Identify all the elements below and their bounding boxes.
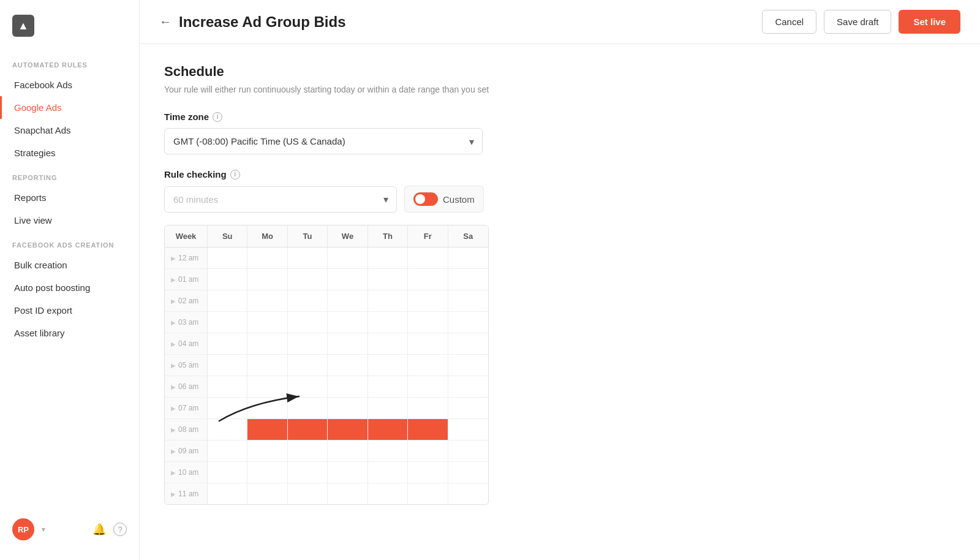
cell-12am-tu[interactable] bbox=[288, 248, 328, 268]
cell-09am-mo[interactable] bbox=[247, 441, 287, 461]
cell-10am-tu[interactable] bbox=[288, 462, 328, 483]
sidebar-item-strategies[interactable]: Strategies bbox=[0, 142, 139, 164]
cell-07am-we[interactable] bbox=[328, 398, 368, 418]
cell-06am-tu[interactable] bbox=[288, 376, 328, 397]
cell-03am-mo[interactable] bbox=[247, 312, 287, 333]
sidebar-item-facebook-ads[interactable]: Facebook Ads bbox=[0, 74, 139, 96]
help-icon[interactable]: ? bbox=[113, 523, 127, 536]
cell-11am-fr[interactable] bbox=[408, 483, 448, 504]
cell-09am-th[interactable] bbox=[368, 441, 408, 461]
cell-06am-sa[interactable] bbox=[448, 376, 488, 397]
bell-icon[interactable]: 🔔 bbox=[92, 523, 106, 536]
sidebar-item-live-view[interactable]: Live view bbox=[0, 209, 139, 232]
timezone-select[interactable]: GMT (-08:00) Pacific Time (US & Canada) bbox=[164, 128, 483, 154]
cell-07am-th[interactable] bbox=[368, 398, 408, 418]
cell-02am-sa[interactable] bbox=[448, 290, 488, 311]
cell-08am-mo[interactable] bbox=[247, 419, 287, 440]
cell-10am-we[interactable] bbox=[328, 462, 368, 483]
cell-11am-mo[interactable] bbox=[247, 483, 287, 504]
cell-07am-mo[interactable] bbox=[247, 398, 287, 418]
sidebar-item-reports[interactable]: Reports bbox=[0, 186, 139, 209]
cell-08am-su[interactable] bbox=[208, 419, 247, 440]
cell-04am-tu[interactable] bbox=[288, 333, 328, 354]
cell-05am-sa[interactable] bbox=[448, 355, 488, 376]
cell-12am-we[interactable] bbox=[328, 248, 368, 268]
cell-08am-sa[interactable] bbox=[448, 419, 488, 440]
cell-09am-we[interactable] bbox=[328, 441, 368, 461]
timezone-info-icon[interactable]: i bbox=[213, 112, 222, 122]
cell-01am-sa[interactable] bbox=[448, 269, 488, 290]
chevron-down-icon[interactable]: ▾ bbox=[42, 525, 45, 534]
sidebar-item-post-id-export[interactable]: Post ID export bbox=[0, 299, 139, 322]
sidebar-item-google-ads[interactable]: Google Ads bbox=[0, 96, 139, 119]
cell-03am-su[interactable] bbox=[208, 312, 247, 333]
cell-08am-fr[interactable] bbox=[408, 419, 448, 440]
cell-06am-su[interactable] bbox=[208, 376, 247, 397]
cell-06am-fr[interactable] bbox=[408, 376, 448, 397]
cell-09am-tu[interactable] bbox=[288, 441, 328, 461]
cell-05am-tu[interactable] bbox=[288, 355, 328, 376]
cell-06am-th[interactable] bbox=[368, 376, 408, 397]
cell-07am-sa[interactable] bbox=[448, 398, 488, 418]
rule-checking-select[interactable]: 60 minutes bbox=[164, 186, 397, 213]
cell-09am-su[interactable] bbox=[208, 441, 247, 461]
cell-10am-mo[interactable] bbox=[247, 462, 287, 483]
cell-01am-th[interactable] bbox=[368, 269, 408, 290]
cell-05am-fr[interactable] bbox=[408, 355, 448, 376]
cell-07am-tu[interactable] bbox=[288, 398, 328, 418]
cell-12am-su[interactable] bbox=[208, 248, 247, 268]
save-draft-button[interactable]: Save draft bbox=[824, 10, 891, 34]
custom-toggle[interactable] bbox=[413, 192, 438, 206]
cell-05am-mo[interactable] bbox=[247, 355, 287, 376]
cell-04am-we[interactable] bbox=[328, 333, 368, 354]
cell-03am-fr[interactable] bbox=[408, 312, 448, 333]
cell-01am-mo[interactable] bbox=[247, 269, 287, 290]
cell-01am-fr[interactable] bbox=[408, 269, 448, 290]
cell-12am-sa[interactable] bbox=[448, 248, 488, 268]
cell-11am-su[interactable] bbox=[208, 483, 247, 504]
cell-12am-mo[interactable] bbox=[247, 248, 287, 268]
cell-12am-th[interactable] bbox=[368, 248, 408, 268]
cell-04am-fr[interactable] bbox=[408, 333, 448, 354]
cell-10am-th[interactable] bbox=[368, 462, 408, 483]
cell-12am-fr[interactable] bbox=[408, 248, 448, 268]
cell-02am-mo[interactable] bbox=[247, 290, 287, 311]
cell-10am-fr[interactable] bbox=[408, 462, 448, 483]
back-button[interactable]: ← bbox=[159, 15, 172, 29]
sidebar-item-snapchat-ads[interactable]: Snapchat Ads bbox=[0, 119, 139, 142]
cell-06am-we[interactable] bbox=[328, 376, 368, 397]
sidebar-item-auto-post-boosting[interactable]: Auto post boosting bbox=[0, 276, 139, 299]
cell-02am-su[interactable] bbox=[208, 290, 247, 311]
cell-07am-su[interactable] bbox=[208, 398, 247, 418]
cell-08am-tu[interactable] bbox=[288, 419, 328, 440]
cell-01am-su[interactable] bbox=[208, 269, 247, 290]
cell-05am-th[interactable] bbox=[368, 355, 408, 376]
cell-08am-th[interactable] bbox=[368, 419, 408, 440]
cell-02am-th[interactable] bbox=[368, 290, 408, 311]
cell-07am-fr[interactable] bbox=[408, 398, 448, 418]
cell-03am-sa[interactable] bbox=[448, 312, 488, 333]
cell-10am-sa[interactable] bbox=[448, 462, 488, 483]
cell-02am-we[interactable] bbox=[328, 290, 368, 311]
cell-02am-tu[interactable] bbox=[288, 290, 328, 311]
set-live-button[interactable]: Set live bbox=[899, 10, 960, 34]
cell-11am-th[interactable] bbox=[368, 483, 408, 504]
cell-04am-sa[interactable] bbox=[448, 333, 488, 354]
cell-09am-fr[interactable] bbox=[408, 441, 448, 461]
avatar[interactable]: RP bbox=[12, 518, 34, 540]
cell-04am-mo[interactable] bbox=[247, 333, 287, 354]
cell-01am-tu[interactable] bbox=[288, 269, 328, 290]
cell-03am-th[interactable] bbox=[368, 312, 408, 333]
cell-01am-we[interactable] bbox=[328, 269, 368, 290]
sidebar-item-asset-library[interactable]: Asset library bbox=[0, 322, 139, 344]
cell-11am-sa[interactable] bbox=[448, 483, 488, 504]
cell-03am-tu[interactable] bbox=[288, 312, 328, 333]
cell-02am-fr[interactable] bbox=[408, 290, 448, 311]
cell-03am-we[interactable] bbox=[328, 312, 368, 333]
cell-04am-th[interactable] bbox=[368, 333, 408, 354]
cell-08am-we[interactable] bbox=[328, 419, 368, 440]
cell-10am-su[interactable] bbox=[208, 462, 247, 483]
cell-05am-we[interactable] bbox=[328, 355, 368, 376]
cancel-button[interactable]: Cancel bbox=[762, 10, 816, 34]
rule-checking-info-icon[interactable]: i bbox=[230, 170, 240, 180]
